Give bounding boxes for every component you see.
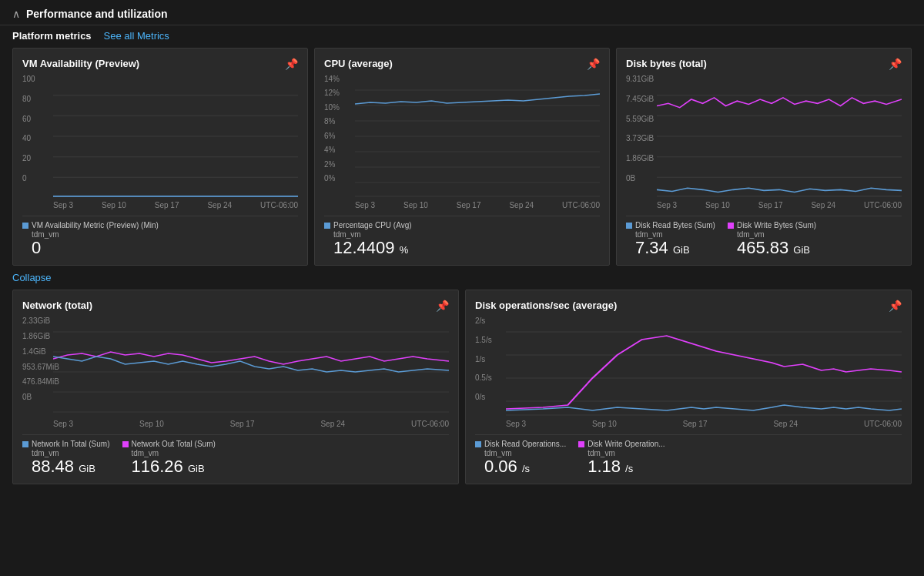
chart-inner [53,75,298,198]
card-title: VM Availability (Preview) [22,58,139,69]
legend-value: 465.83 GiB [737,239,816,257]
pin-icon[interactable]: 📌 [889,58,902,70]
pin-icon[interactable]: 📌 [889,300,902,312]
card-title: CPU (average) [324,58,393,69]
chart-svg [657,75,902,198]
disk-bytes-card: Disk bytes (total) 📌 9.31GiB7.45GiB5.59G… [616,48,912,266]
legend-color-dot [475,441,481,447]
legend-value: 12.4409 % [333,239,412,257]
chart-area: 2/s1.5/s1/s0.5/s0/s [475,316,902,417]
chart-area: 14%12%10%8%6%4%2%0% [324,75,600,198]
bottom-charts-grid: Network (total) 📌 2.33GiB1.86GiB1.4GiB95… [0,290,924,484]
legend-item-write-ops: Disk Write Operation... tdm_vm 1.18 /s [578,440,665,476]
chart-svg [53,75,298,198]
legend-value: 1.18 /s [588,457,665,476]
legend-value: 88.48 GiB [32,457,110,476]
legend-color-dot [324,223,330,229]
subheader: Platform metrics See all Metrics [0,25,924,48]
card-title: Disk bytes (total) [626,58,707,69]
legend-value: 0.06 /s [484,457,566,476]
chart-svg [355,75,600,198]
legend-label: Percentage CPU (Avg) [333,221,412,229]
pin-icon[interactable]: 📌 [587,58,600,70]
legend-item-write: Disk Write Bytes (Sum) tdm_vm 465.83 GiB [728,221,816,257]
platform-metrics-label: Platform metrics [12,30,92,42]
legend-area: Network In Total (Sum) tdm_vm 88.48 GiB … [22,440,449,476]
x-axis: Sep 3Sep 10Sep 17Sep 24UTC-06:00 [475,420,902,428]
legend-color-dot [22,223,28,229]
collapse-link[interactable]: Collapse [0,269,924,286]
card-header: VM Availability (Preview) 📌 [22,58,298,70]
legend-area: Disk Read Bytes (Sum) tdm_vm 7.34 GiB Di… [626,221,902,257]
top-charts-grid: VM Availability (Preview) 📌 100806040200 [0,48,924,266]
y-axis: 100806040200 [22,75,53,183]
legend-color-dot [728,223,734,229]
legend-value: 7.34 GiB [635,239,715,257]
y-axis: 2/s1.5/s1/s0.5/s0/s [475,316,506,401]
legend-item-read-ops: Disk Read Operations... tdm_vm 0.06 /s [475,440,566,476]
card-title: Network (total) [22,300,92,311]
x-axis: Sep 3Sep 10Sep 17Sep 24UTC-06:00 [22,201,298,209]
x-axis: Sep 3Sep 10Sep 17Sep 24UTC-06:00 [626,201,902,209]
legend-item: Percentage CPU (Avg) tdm_vm 12.4409 % [324,221,412,257]
legend-label: Disk Read Bytes (Sum) [635,221,715,229]
collapse-chevron[interactable]: ∧ [12,8,20,20]
chart-svg [506,316,902,417]
chart-area: 9.31GiB7.45GiB5.59GiB3.73GiB1.86GiB0B [626,75,902,198]
chart-inner [506,316,902,417]
chart-inner [355,75,600,198]
card-title: Disk operations/sec (average) [475,300,617,311]
card-header: Network (total) 📌 [22,300,449,312]
card-header: CPU (average) 📌 [324,58,600,70]
legend-label: Network In Total (Sum) [32,440,110,448]
x-axis: Sep 3Sep 10Sep 17Sep 24UTC-06:00 [324,201,600,209]
legend-label: Network Out Total (Sum) [132,440,216,448]
chart-inner [657,75,902,198]
legend-label: Disk Write Bytes (Sum) [737,221,816,229]
cpu-average-card: CPU (average) 📌 14%12%10%8%6%4%2%0% [314,48,610,266]
legend-sub: tdm_vm [32,230,159,239]
pin-icon[interactable]: 📌 [436,300,449,312]
legend-color-dot [578,441,584,447]
legend-item-in: Network In Total (Sum) tdm_vm 88.48 GiB [22,440,110,476]
legend-area: Disk Read Operations... tdm_vm 0.06 /s D… [475,440,902,476]
performance-header: ∧ Performance and utilization [0,0,924,25]
legend-color-dot [122,441,129,447]
network-total-card: Network (total) 📌 2.33GiB1.86GiB1.4GiB95… [12,290,459,484]
see-all-metrics-link[interactable]: See all Metrics [104,30,169,42]
legend-area: VM Availability Metric (Preview) (Min) t… [22,221,298,257]
legend-value: 116.26 GiB [132,457,216,476]
card-header: Disk bytes (total) 📌 [626,58,902,70]
pin-icon[interactable]: 📌 [285,58,298,70]
legend-value: 0 [32,239,159,257]
legend-label: VM Availability Metric (Preview) (Min) [32,221,159,229]
chart-area: 2.33GiB1.86GiB1.4GiB953.67MiB476.84MiB0B [22,316,449,417]
chart-inner [53,316,449,417]
legend-color-dot [22,441,28,447]
legend-area: Percentage CPU (Avg) tdm_vm 12.4409 % [324,221,600,257]
disk-ops-card: Disk operations/sec (average) 📌 2/s1.5/s… [465,290,912,484]
x-axis: Sep 3Sep 10Sep 17Sep 24UTC-06:00 [22,420,449,428]
chart-area: 100806040200 [22,75,298,198]
y-axis: 2.33GiB1.86GiB1.4GiB953.67MiB476.84MiB0B [22,316,53,401]
card-header: Disk operations/sec (average) 📌 [475,300,902,312]
legend-color-dot [626,223,632,229]
vm-availability-card: VM Availability (Preview) 📌 100806040200 [12,48,308,266]
legend-label: Disk Read Operations... [484,440,566,448]
legend-item-out: Network Out Total (Sum) tdm_vm 116.26 Gi… [122,440,216,476]
legend-item: VM Availability Metric (Preview) (Min) t… [22,221,159,257]
legend-label: Disk Write Operation... [588,440,665,448]
y-axis: 9.31GiB7.45GiB5.59GiB3.73GiB1.86GiB0B [626,75,657,183]
legend-item-read: Disk Read Bytes (Sum) tdm_vm 7.34 GiB [626,221,715,257]
y-axis: 14%12%10%8%6%4%2%0% [324,75,355,183]
section-title: Performance and utilization [26,8,168,20]
chart-svg [53,316,449,417]
